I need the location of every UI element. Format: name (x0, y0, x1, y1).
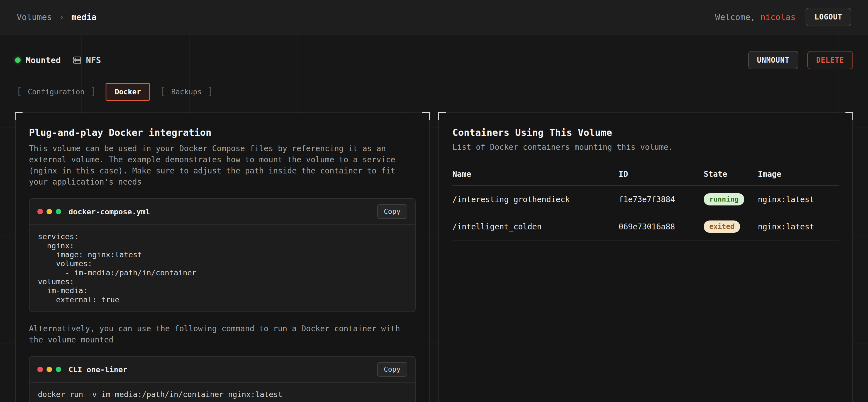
tab-docker[interactable]: Docker (105, 83, 150, 101)
breadcrumb: Volumes › media (17, 12, 97, 22)
logout-button[interactable]: LOGOUT (806, 8, 851, 26)
containers-table: Name ID State Image /interesting_grothen… (453, 165, 839, 240)
container-name: /interesting_grothendieck (453, 186, 619, 213)
filesystem-type-label: NFS (86, 56, 101, 65)
compose-code-card: docker-compose.yml Copy services: nginx:… (29, 198, 415, 312)
table-row: /interesting_grothendieck f1e73e7f3884 r… (453, 186, 839, 213)
container-id: 069e73016a88 (619, 213, 704, 240)
compose-code-card-header: docker-compose.yml Copy (30, 199, 415, 225)
column-header-id: ID (619, 165, 704, 186)
corner-bracket (422, 112, 430, 120)
copy-compose-button[interactable]: Copy (377, 204, 407, 219)
window-traffic-lights-icon (37, 367, 61, 372)
mounted-status-dot (15, 57, 21, 63)
topbar-right: Welcome, nicolas LOGOUT (715, 8, 851, 26)
corner-bracket (845, 112, 853, 120)
column-header-name: Name (453, 165, 619, 186)
state-badge: exited (704, 221, 740, 233)
container-name: /intelligent_colden (453, 213, 619, 240)
cli-code-card: CLI one-liner Copy docker run -v im-medi… (29, 356, 415, 402)
container-id: f1e73e7f3884 (619, 186, 704, 213)
chevron-right-icon: › (59, 12, 64, 22)
table-row: /intelligent_colden 069e73016a88 exited … (453, 213, 839, 240)
copy-cli-button[interactable]: Copy (377, 362, 407, 377)
tab-backups[interactable]: Backups (158, 83, 215, 101)
filesystem-type: NFS (72, 56, 101, 65)
containers-table-header: Name ID State Image (453, 165, 839, 186)
username: nicolas (761, 12, 796, 22)
volume-actions: UNMOUNT DELETE (748, 51, 853, 69)
cli-code-block: docker run -v im-media:/path/in/containe… (30, 383, 415, 402)
panels-row: Plug-and-play Docker integration This vo… (15, 112, 853, 402)
tab-configuration[interactable]: Configuration (15, 83, 97, 101)
breadcrumb-volumes-link[interactable]: Volumes (17, 12, 52, 22)
delete-button[interactable]: DELETE (807, 51, 853, 69)
container-image: nginx:latest (758, 186, 839, 213)
welcome-prefix: Welcome, (715, 12, 755, 22)
state-badge: running (704, 193, 744, 205)
server-stack-icon (72, 56, 82, 65)
containers-panel-subtitle: List of Docker containers mounting this … (453, 142, 839, 152)
welcome-text: Welcome, nicolas (715, 12, 796, 22)
container-image: nginx:latest (758, 213, 839, 240)
cli-intro-text: Alternatively, you can use the following… (29, 323, 402, 345)
compose-code-block: services: nginx: image: nginx:latest vol… (30, 225, 415, 311)
volume-status-row: Mounted NFS UNMOUNT DELETE (15, 50, 853, 70)
mounted-status-label: Mounted (26, 56, 61, 65)
docker-integration-panel: Plug-and-play Docker integration This vo… (15, 112, 430, 402)
compose-filename: docker-compose.yml (68, 207, 150, 216)
docker-panel-description: This volume can be used in your Docker C… (29, 143, 402, 188)
docker-panel-title: Plug-and-play Docker integration (29, 127, 415, 138)
column-header-state: State (704, 165, 758, 186)
main-content: Mounted NFS UNMOUNT DELETE Configuration… (0, 35, 868, 402)
tab-bar: Configuration Docker Backups (15, 82, 853, 101)
corner-bracket (15, 112, 23, 120)
breadcrumb-current-volume: media (71, 12, 97, 22)
window-traffic-lights-icon (37, 209, 61, 214)
cli-card-title: CLI one-liner (68, 365, 127, 374)
corner-bracket (438, 112, 446, 120)
cli-code-card-header: CLI one-liner Copy (30, 357, 415, 383)
unmount-button[interactable]: UNMOUNT (748, 51, 799, 69)
containers-panel: Containers Using This Volume List of Doc… (438, 112, 853, 402)
containers-panel-title: Containers Using This Volume (453, 127, 839, 138)
topbar: Volumes › media Welcome, nicolas LOGOUT (0, 0, 868, 35)
column-header-image: Image (758, 165, 839, 186)
